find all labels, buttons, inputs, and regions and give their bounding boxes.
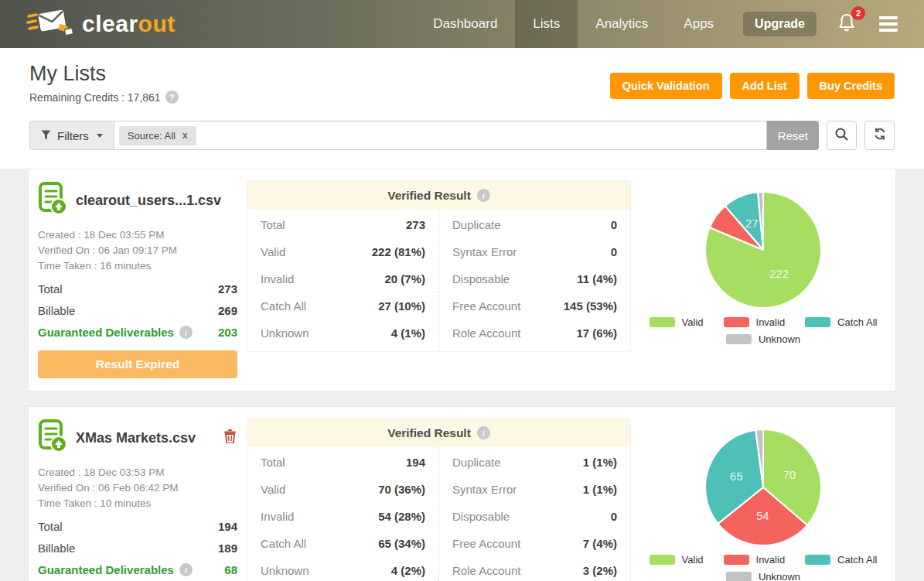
stat-row-disposable: Disposable0 (439, 503, 630, 530)
nav-item-analytics[interactable]: Analytics (578, 0, 666, 48)
total-row: Total194 (38, 520, 237, 533)
pie-data-label: 222 (769, 267, 789, 280)
envelope-logo-icon (26, 6, 74, 42)
filters-dropdown-button[interactable]: Filters (29, 121, 114, 150)
stat-row-duplicate: Duplicate1 (1%) (439, 449, 630, 476)
hamburger-menu-icon[interactable] (876, 13, 901, 35)
result-expired-button[interactable]: Result Expired (38, 350, 237, 378)
verified-result-panel: Verified Result i Total273Valid222 (81%)… (247, 180, 631, 352)
stat-row-invalid: Invalid20 (7%) (247, 265, 438, 292)
search-button[interactable] (827, 121, 857, 150)
chart-legend: ValidInvalidCatch AllUnknown (650, 554, 878, 581)
pie-data-label: 54 (756, 509, 769, 522)
legend-item-invalid[interactable]: Invalid (724, 316, 786, 328)
pie-data-label: 65 (730, 470, 743, 483)
stat-row-catch-all: Catch All27 (10%) (247, 292, 438, 320)
legend-item-catch-all[interactable]: Catch All (805, 554, 877, 566)
verified-on-date: Verified On : 06 Jan 09:17 PM (38, 243, 237, 258)
lists-container: clearout_users...1.csv Created : 18 Dec … (0, 169, 924, 581)
billable-row: Billable189 (38, 542, 237, 555)
navbar: clearout Dashboard Lists Analytics Apps … (0, 0, 924, 48)
info-icon[interactable]: i (477, 189, 490, 202)
legend-swatch (724, 317, 749, 327)
guaranteed-deliverables-row: Guaranteed Deliverables i 68 (38, 563, 237, 576)
stat-row-total: Total194 (247, 449, 438, 476)
notification-count-badge: 2 (851, 6, 865, 20)
stat-row-role-account: Role Account17 (6%) (439, 320, 630, 347)
notifications-bell[interactable]: 2 (837, 12, 856, 36)
legend-swatch (650, 555, 675, 565)
nav-item-lists[interactable]: Lists (515, 0, 578, 48)
file-upload-icon (38, 419, 67, 456)
stat-row-valid: Valid70 (36%) (247, 476, 438, 503)
delete-list-trash-icon[interactable] (224, 429, 236, 446)
stat-row-duplicate: Duplicate0 (439, 211, 630, 238)
stat-row-syntax-error: Syntax Error1 (1%) (439, 476, 630, 503)
refresh-icon (873, 127, 887, 144)
legend-swatch (805, 317, 830, 327)
stat-row-syntax-error: Syntax Error0 (439, 238, 630, 265)
add-list-button[interactable]: Add List (730, 73, 800, 99)
nav-item-dashboard[interactable]: Dashboard (415, 0, 515, 48)
legend-item-valid[interactable]: Valid (650, 554, 704, 566)
tag-close-icon[interactable]: x (182, 130, 188, 141)
page-header: My Lists Remaining Credits : 17,861 ? Qu… (0, 48, 924, 104)
brand-name: clearout (82, 11, 176, 37)
stat-row-total: Total273 (247, 211, 438, 238)
list-filename: XMas Markets.csv (76, 430, 216, 446)
info-icon[interactable]: i (179, 326, 193, 339)
nav-menu: Dashboard Lists Analytics Apps Upgrade 2 (415, 0, 924, 48)
verified-result-panel: Verified Result i Total194Valid70 (36%)I… (247, 418, 631, 581)
result-pie-chart: 22227 ValidInvalidCatch AllUnknown (640, 180, 886, 378)
stat-row-role-account: Role Account3 (2%) (439, 557, 630, 581)
billable-row: Billable269 (38, 304, 237, 317)
quick-validation-button[interactable]: Quick Validation (610, 73, 722, 99)
brand-logo[interactable]: clearout (0, 0, 176, 48)
time-taken: Time Taken : 16 minutes (38, 258, 237, 274)
bell-icon (837, 22, 856, 35)
filter-bar: Filters Source: All x Reset (0, 104, 924, 169)
filter-search-input[interactable]: Source: All x (114, 121, 767, 150)
search-icon (834, 127, 849, 145)
legend-swatch (726, 572, 752, 581)
created-date: Created : 18 Dec 03:53 PM (38, 465, 237, 480)
list-filename: clearout_users...1.csv (76, 193, 237, 209)
info-icon[interactable]: i (477, 426, 490, 439)
legend-item-valid[interactable]: Valid (650, 316, 704, 328)
stat-row-unknown: Unknown4 (1%) (247, 320, 438, 347)
info-icon[interactable]: i (179, 563, 193, 576)
legend-swatch (724, 555, 749, 565)
stat-row-invalid: Invalid54 (28%) (247, 503, 438, 530)
stat-row-disposable: Disposable11 (4%) (439, 265, 630, 292)
stat-row-valid: Valid222 (81%) (247, 238, 438, 265)
pie-data-label: 70 (783, 468, 796, 481)
pie-data-label: 27 (745, 217, 759, 230)
stat-row-free-account: Free Account7 (4%) (439, 530, 630, 557)
verified-on-date: Verified On : 06 Feb 06:42 PM (38, 480, 237, 496)
panel-title: Verified Result (387, 189, 471, 203)
legend-swatch (650, 317, 675, 327)
legend-item-unknown[interactable]: Unknown (726, 333, 800, 345)
result-pie-chart: 705465 ValidInvalidCatch AllUnknown (640, 418, 886, 581)
total-row: Total273 (38, 282, 237, 296)
chart-legend: ValidInvalidCatch AllUnknown (650, 316, 878, 345)
nav-item-apps[interactable]: Apps (666, 0, 731, 48)
filter-tag-source: Source: All x (119, 126, 196, 145)
legend-item-invalid[interactable]: Invalid (724, 554, 786, 566)
upgrade-button[interactable]: Upgrade (742, 11, 817, 37)
stat-row-catch-all: Catch All65 (34%) (247, 530, 438, 557)
guaranteed-deliverables-row: Guaranteed Deliverables i 203 (38, 326, 237, 339)
time-taken: Time Taken : 10 minutes (38, 496, 237, 511)
legend-swatch (805, 555, 830, 565)
buy-credits-button[interactable]: Buy Credits (807, 73, 895, 99)
refresh-button[interactable] (864, 121, 895, 150)
legend-item-catch-all[interactable]: Catch All (805, 316, 877, 328)
funnel-icon (41, 129, 51, 142)
chevron-down-icon (97, 134, 103, 138)
stat-row-unknown: Unknown4 (2%) (247, 557, 438, 581)
legend-item-unknown[interactable]: Unknown (726, 571, 800, 581)
created-date: Created : 18 Dec 03:55 PM (38, 227, 237, 243)
page-title: My Lists (29, 62, 179, 86)
reset-button[interactable]: Reset (767, 121, 819, 150)
credits-help-icon[interactable]: ? (165, 91, 179, 104)
